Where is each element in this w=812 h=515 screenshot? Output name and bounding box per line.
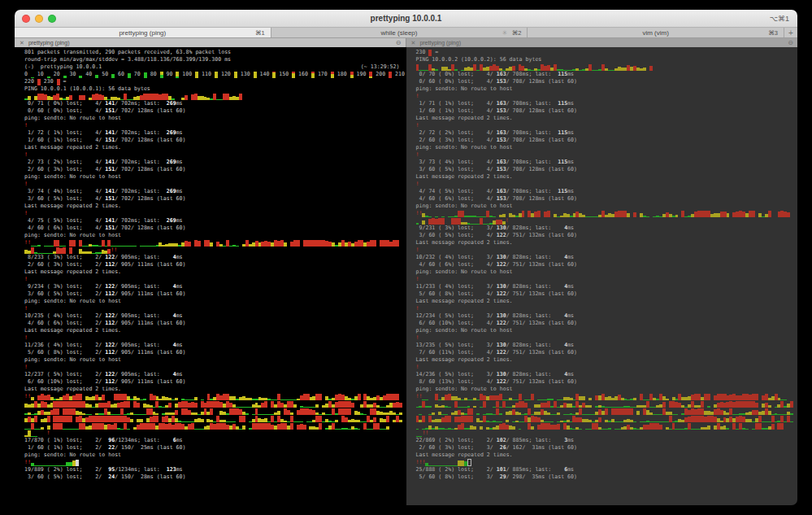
tab-shortcut: ⌘1 xyxy=(255,29,265,37)
ping-history-bar-row: !! xyxy=(24,393,406,400)
minimize-window-button[interactable] xyxy=(35,15,43,23)
terminal-cursor xyxy=(76,460,79,466)
terminal-line: 4/ 60 ( 6%) lost; 4/ 151/ 702/ 128ms (la… xyxy=(24,225,406,232)
pane-collapse-icon[interactable]: ⊖ xyxy=(396,39,402,46)
tab-shortcut: ⌘2 xyxy=(512,29,522,37)
pane-close-icon[interactable]: ✕ xyxy=(411,40,416,46)
terminal-line: ping: sendto: No route to host xyxy=(416,203,798,210)
pane-collapse-icon[interactable]: ⊖ xyxy=(788,39,793,46)
terminal-line: ping: sendto: No route to host xyxy=(416,144,798,151)
terminal-pane-right[interactable]: 230 =PING 10.0.0.2 (10.0.0.2): 56 data b… xyxy=(406,47,798,505)
terminal-line: Last message repeated 2 times. xyxy=(416,452,798,459)
terminal-line: 0/ 60 ( 0%) lost; 4/ 151/ 702/ 128ms (la… xyxy=(24,107,406,115)
ping-history-bar-row xyxy=(24,422,406,430)
pane-titlebar-right[interactable]: ✕ prettyping (ping) ⊖ xyxy=(406,38,798,47)
ping-history-bar-row: !! xyxy=(416,393,798,400)
ping-history-bar-row xyxy=(416,422,798,430)
terminal-line: ! xyxy=(416,334,798,342)
terminal-line: Last message repeated 2 times. xyxy=(24,144,406,151)
terminal-output-left: 801 packets transmitted, 290 packets rec… xyxy=(15,47,406,481)
terminal-cursor xyxy=(467,459,471,466)
terminal-line: ! xyxy=(24,334,406,342)
terminal-line: Last message repeated 2 times. xyxy=(24,327,406,334)
tab-vim[interactable]: vim (vim) ⌘3 xyxy=(528,28,784,37)
terminal-line: 0/ 70 ( 0%) lost; 4/ 163/ 708ms; last: 1… xyxy=(416,71,798,78)
terminal-line: 1/ 60 ( 1%) lost; 4/ 153/ 708/ 128ms (la… xyxy=(416,107,798,115)
terminal-line: ! xyxy=(24,181,406,188)
terminal-line: 6/ 60 (10%) lost; 4/ 122/ 751/ 132ms (la… xyxy=(416,320,798,327)
pane-title: prettyping (ping) xyxy=(419,40,461,46)
terminal-line: Last message repeated 2 times. xyxy=(416,239,798,247)
terminal-line: ! xyxy=(24,305,406,312)
terminal-line: ping: sendto: No route to host xyxy=(416,386,798,393)
terminal-line: ! xyxy=(416,364,798,371)
terminal-line: 8/ 60 (13%) lost; 4/ 122/ 751/ 132ms (la… xyxy=(416,378,798,386)
terminal-pane-left[interactable]: 801 packets transmitted, 290 packets rec… xyxy=(15,47,406,505)
terminal-line: ! xyxy=(24,364,406,371)
terminal-line: 12/234 ( 5%) lost; 3/ 130/ 828ms; last: … xyxy=(416,312,798,320)
terminal-line: 0/ 60 ( 0%) lost; 4/ 153/ 708/ 128ms (la… xyxy=(416,78,798,85)
ping-history-bar-row xyxy=(416,408,798,415)
tab-bar: prettyping (ping) ⌘1 while (sleep) ✳ ⌘2 … xyxy=(15,28,797,38)
ping-history-bar-row xyxy=(416,400,798,408)
terminal-line: 3/ 60 ( 5%) lost; 2/ 112/ 905/ 111ms (la… xyxy=(24,290,406,298)
latency-block xyxy=(458,460,464,466)
terminal-line: 14/236 ( 5%) lost; 3/ 130/ 828ms; last: … xyxy=(416,371,798,378)
terminal-line: 3/ 60 ( 5%) lost; 2/ 24/ 150/ 28ms (last… xyxy=(24,474,406,481)
terminal-line: 9/231 ( 3%) lost; 3/ 130/ 828ms; last: 4… xyxy=(416,225,798,232)
terminal-line: PING 10.0.0.1 (10.0.0.1): 56 data bytes xyxy=(24,85,406,93)
terminal-line: 2/ 72 ( 2%) lost; 4/ 163/ 708ms; last: 1… xyxy=(416,129,798,137)
terminal-line: 7/ 60 (11%) lost; 4/ 122/ 751/ 132ms (la… xyxy=(416,349,798,356)
terminal-line: 3/ 60 ( 5%) lost; 4/ 122/ 751/ 132ms (la… xyxy=(416,232,798,239)
terminal-line: 1/ 71 ( 1%) lost; 4/ 163/ 708ms; last: 1… xyxy=(416,100,798,107)
terminal-line: 5/ 60 ( 8%) lost; 3/ 29/ 298/ 35ms (last… xyxy=(416,474,798,481)
terminal-line: 10/232 ( 4%) lost; 3/ 130/ 828ms; last: … xyxy=(416,254,798,261)
terminal-line: ! xyxy=(416,151,798,159)
ping-history-bar-row xyxy=(416,63,798,71)
tab-shortcut: ⌘3 xyxy=(768,29,778,37)
ping-history-bar-row xyxy=(24,400,406,408)
ping-history-bar-row xyxy=(24,415,406,422)
clock-text: (~ 13:29:52) xyxy=(361,63,400,71)
latency-legend-line: 220 230 = xyxy=(24,78,406,85)
terminal-line: ! xyxy=(24,151,406,159)
activity-spinner-icon: ✳ xyxy=(502,29,508,37)
terminal-line: 1/ 60 ( 1%) lost; 4/ 151/ 702/ 128ms (la… xyxy=(24,137,406,144)
terminal-line: 5/ 60 ( 8%) lost; 4/ 122/ 751/ 132ms (la… xyxy=(416,290,798,298)
terminal-line: PING 10.0.0.2 (10.0.0.2): 56 data bytes xyxy=(416,56,798,63)
terminal-line: Last message repeated 2 times. xyxy=(416,173,798,181)
close-window-button[interactable] xyxy=(22,15,30,23)
window-titlebar[interactable]: prettyping 10.0.0.1 ⌥⌘1 xyxy=(15,10,797,28)
terminal-line: ! xyxy=(416,93,798,100)
terminal-line: 12/237 ( 5%) lost; 2/ 122/ 905ms; last: … xyxy=(24,371,406,378)
terminal-line: (-) prettyping 10.0.0.1(~ 13:29:52) xyxy=(24,63,406,71)
ping-history-mini-row: !! xyxy=(24,459,406,466)
terminal-line: 19/889 ( 2%) lost; 2/ 95/1234ms; last: 1… xyxy=(24,466,406,474)
terminal-line: ping: sendto: No route to host xyxy=(24,232,406,239)
ping-history-bar-row: ! xyxy=(416,217,798,225)
ping-history-bar-row xyxy=(24,93,406,100)
terminal-line: Last message repeated 2 times. xyxy=(24,203,406,210)
split-pane-content: 801 packets transmitted, 290 packets rec… xyxy=(15,47,797,505)
terminal-line: 2/ 60 ( 3%) lost; 2/ 112/ 905/ 111ms (la… xyxy=(24,261,406,268)
tab-while-sleep[interactable]: while (sleep) ✳ ⌘2 xyxy=(271,28,528,37)
terminal-line: ! xyxy=(416,181,798,188)
zoom-window-button[interactable] xyxy=(48,15,56,23)
terminal-line: 9/234 ( 3%) lost; 2/ 122/ 905ms; last: 4… xyxy=(24,283,406,290)
window-title: prettyping 10.0.0.1 xyxy=(15,14,797,23)
ping-history-bar-row: !! xyxy=(24,239,406,247)
traffic-lights xyxy=(22,15,56,23)
terminal-line: ping: sendto: No route to host xyxy=(24,173,406,181)
latency-legend-line: 0 10 20 30 40 50 60 70 80 90 100 110 120… xyxy=(24,71,406,78)
terminal-line: ! xyxy=(24,210,406,217)
pane-titlebar-left[interactable]: ✕ prettyping (ping) ⊖ xyxy=(15,38,406,47)
ping-history-mini-row: !!! xyxy=(416,459,798,466)
pane-close-icon[interactable]: ✕ xyxy=(20,40,24,46)
terminal-line: ! xyxy=(24,122,406,129)
terminal-output-right: 230 =PING 10.0.0.2 (10.0.0.2): 56 data b… xyxy=(406,47,798,481)
terminal-line: 3/ 73 ( 4%) lost; 4/ 163/ 708ms; last: 1… xyxy=(416,159,798,166)
add-tab-button[interactable]: + xyxy=(784,28,797,37)
terminal-line: 2/ 73 ( 2%) lost; 4/ 141/ 702ms; last: 2… xyxy=(24,159,406,166)
tab-prettyping[interactable]: prettyping (ping) ⌘1 xyxy=(15,28,271,37)
terminal-line: Last message repeated 2 times. xyxy=(416,298,798,305)
